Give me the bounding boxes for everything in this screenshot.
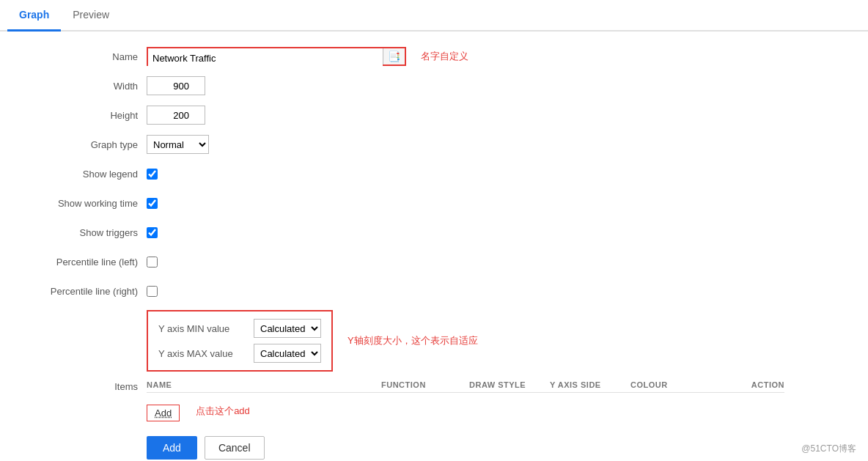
tab-preview[interactable]: Preview	[61, 0, 121, 32]
y-axis-box: Y axis MIN value Calculated Fixed Item Y…	[147, 310, 333, 372]
percentile-left-row: Percentile line (left)	[0, 251, 868, 272]
y-axis-max-label: Y axis MAX value	[158, 348, 254, 359]
show-working-time-checkbox[interactable]	[147, 198, 158, 209]
items-table-header: NAME FUNCTION DRAW STYLE Y AXIS SIDE COL…	[147, 380, 784, 393]
show-legend-row: Show legend	[0, 163, 868, 184]
show-triggers-checkbox[interactable]	[147, 227, 158, 238]
bottom-buttons: Add Cancel	[0, 436, 868, 460]
y-axis-max-select[interactable]: Calculated Fixed Item	[254, 344, 321, 363]
show-working-time-row: Show working time	[0, 193, 868, 213]
items-section: Items NAME FUNCTION DRAW STYLE Y AXIS SI…	[0, 380, 868, 421]
percentile-right-row: Percentile line (right)	[0, 281, 868, 301]
name-control-wrap: 📑 名字自定义	[147, 47, 468, 66]
percentile-right-control-wrap	[147, 286, 158, 297]
items-add-row: Add 点击这个add	[0, 397, 868, 421]
show-triggers-control-wrap	[147, 227, 158, 238]
percentile-right-checkbox[interactable]	[147, 286, 158, 297]
width-input[interactable]	[147, 76, 205, 95]
col-header-draw-style: DRAW STYLE	[469, 380, 550, 389]
show-working-time-control-wrap	[147, 198, 158, 209]
add-item-link-button[interactable]: Add	[147, 405, 180, 421]
col-header-action: ACTION	[704, 380, 784, 389]
percentile-right-label: Percentile line (right)	[0, 286, 147, 297]
name-input[interactable]	[148, 48, 251, 67]
width-row: Width	[0, 75, 868, 96]
y-axis-control-wrap: Y axis MIN value Calculated Fixed Item Y…	[147, 310, 333, 372]
col-header-function: FUNCTION	[381, 380, 469, 389]
height-input[interactable]	[147, 106, 205, 125]
cancel-button[interactable]: Cancel	[205, 436, 265, 460]
tabs-bar: Graph Preview	[0, 0, 868, 32]
book-icon-button[interactable]: 📑	[383, 48, 405, 64]
name-label: Name	[0, 51, 147, 62]
y-axis-min-label: Y axis MIN value	[158, 323, 254, 334]
y-axis-comment: Y轴刻度大小，这个表示自适应	[347, 334, 478, 347]
items-content: Add 点击这个add	[147, 397, 784, 421]
items-label: Items	[0, 381, 147, 392]
percentile-left-control-wrap	[147, 257, 158, 268]
name-input-extended[interactable]	[251, 48, 383, 67]
name-row: Name 📑 名字自定义	[0, 46, 868, 67]
y-axis-max-row: Y axis MAX value Calculated Fixed Item	[158, 344, 321, 363]
col-header-colour: COLOUR	[630, 380, 704, 389]
col-header-name: NAME	[147, 380, 381, 389]
show-triggers-row: Show triggers	[0, 222, 868, 243]
percentile-left-checkbox[interactable]	[147, 257, 158, 268]
height-control-wrap	[147, 106, 205, 125]
name-input-group: 📑	[147, 47, 406, 66]
form-container: Name 📑 名字自定义 Width Height Graph type Nor…	[0, 32, 868, 461]
graph-type-row: Graph type Normal Stacked Pie Exploded B…	[0, 134, 868, 155]
tab-graph[interactable]: Graph	[7, 0, 61, 32]
add-button[interactable]: Add	[147, 436, 197, 460]
show-legend-label: Show legend	[0, 169, 147, 180]
width-control-wrap	[147, 76, 205, 95]
show-working-time-label: Show working time	[0, 198, 147, 209]
graph-type-label: Graph type	[0, 139, 147, 150]
show-triggers-label: Show triggers	[0, 227, 147, 238]
name-comment: 名字自定义	[421, 50, 468, 63]
watermark: @51CTO博客	[801, 443, 856, 455]
height-row: Height	[0, 105, 868, 125]
y-axis-min-select[interactable]: Calculated Fixed Item	[254, 319, 321, 338]
show-legend-control-wrap	[147, 169, 158, 180]
graph-type-select[interactable]: Normal Stacked Pie Exploded Bar	[147, 135, 209, 154]
show-legend-checkbox[interactable]	[147, 169, 158, 180]
y-axis-min-row: Y axis MIN value Calculated Fixed Item	[158, 319, 321, 338]
y-axis-row: Y axis MIN value Calculated Fixed Item Y…	[0, 310, 868, 372]
items-header-row: Items NAME FUNCTION DRAW STYLE Y AXIS SI…	[0, 380, 868, 393]
height-label: Height	[0, 110, 147, 121]
add-comment: 点击这个add	[196, 405, 250, 418]
col-header-y-axis-side: Y AXIS SIDE	[550, 380, 630, 389]
percentile-left-label: Percentile line (left)	[0, 257, 147, 268]
graph-type-control-wrap: Normal Stacked Pie Exploded Bar	[147, 135, 209, 154]
width-label: Width	[0, 81, 147, 92]
